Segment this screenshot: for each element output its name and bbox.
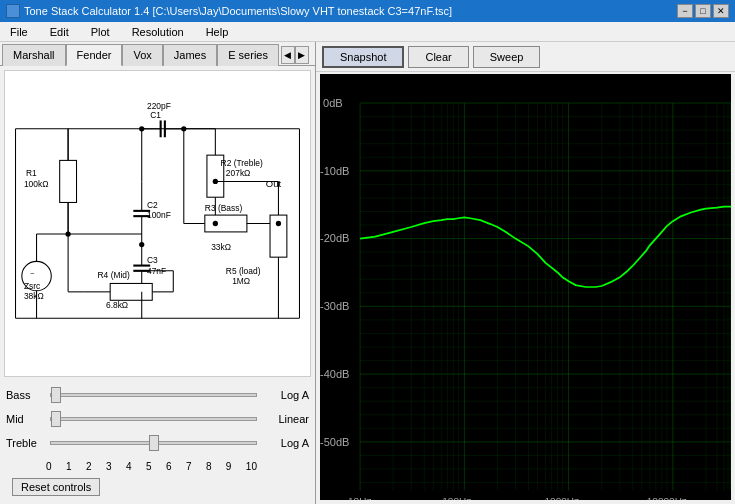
svg-text:100kΩ: 100kΩ [24,179,49,189]
svg-point-71 [139,126,144,131]
menu-bar: File Edit Plot Resolution Help [0,22,735,42]
tab-fender[interactable]: Fender [66,44,123,66]
scale-1: 1 [66,461,72,472]
menu-help[interactable]: Help [200,24,235,40]
title-bar: Tone Stack Calculator 1.4 [C:\Users\Jay\… [0,0,735,22]
svg-text:38kΩ: 38kΩ [24,291,44,301]
svg-point-72 [65,231,70,236]
mid-label: Mid [6,413,46,425]
bass-label: Bass [6,389,46,401]
svg-text:10000Hz: 10000Hz [647,495,687,500]
svg-point-74 [213,179,218,184]
menu-file[interactable]: File [4,24,34,40]
title-bar-text: Tone Stack Calculator 1.4 [C:\Users\Jay\… [24,5,452,17]
chart-area: 0dB -10dB -20dB -30dB -40dB -50dB 10Hz 1… [320,74,731,500]
svg-text:-30dB: -30dB [320,300,349,312]
close-button[interactable]: ✕ [713,4,729,18]
svg-text:Out: Out [266,178,282,189]
mid-control-row: Mid Linear [6,409,309,429]
svg-text:1MΩ: 1MΩ [232,277,250,287]
frequency-chart: 0dB -10dB -20dB -30dB -40dB -50dB 10Hz 1… [320,74,731,500]
svg-text:0dB: 0dB [323,97,343,109]
svg-text:-20dB: -20dB [320,233,349,245]
svg-text:-10dB: -10dB [320,165,349,177]
menu-plot[interactable]: Plot [85,24,116,40]
scale-6: 6 [166,461,172,472]
svg-point-73 [139,242,144,247]
svg-text:100Hz: 100Hz [442,495,471,500]
svg-text:~: ~ [30,269,34,278]
scale-5: 5 [146,461,152,472]
svg-rect-44 [205,215,247,232]
clear-button[interactable]: Clear [408,46,468,68]
schematic-area: C1 220pF R2 (Treble) 207kΩ Out C2 100nF [4,70,311,377]
left-panel: Marshall Fender Vox James E series ◀ ▶ [0,42,316,504]
maximize-button[interactable]: □ [695,4,711,18]
treble-type: Log A [261,437,309,449]
svg-text:R4 (Mid): R4 (Mid) [98,270,130,280]
svg-rect-78 [320,74,731,500]
scale-3: 3 [106,461,112,472]
scale-9: 9 [226,461,232,472]
bass-slider[interactable] [50,393,257,397]
menu-resolution[interactable]: Resolution [126,24,190,40]
tab-next-button[interactable]: ▶ [295,46,309,64]
mid-type: Linear [261,413,309,425]
snapshot-button[interactable]: Snapshot [322,46,404,68]
scale-2: 2 [86,461,92,472]
title-bar-left: Tone Stack Calculator 1.4 [C:\Users\Jay\… [6,4,452,18]
svg-text:C3: C3 [147,255,158,265]
svg-text:220pF: 220pF [147,101,171,111]
svg-text:33kΩ: 33kΩ [211,242,231,252]
scale-row: 0 1 2 3 4 5 6 7 8 9 10 [0,461,315,472]
right-toolbar: Snapshot Clear Sweep [316,42,735,72]
svg-text:R3 (Bass): R3 (Bass) [205,203,243,213]
scale-0: 0 [46,461,52,472]
scale-4: 4 [126,461,132,472]
svg-text:1000Hz: 1000Hz [545,495,580,500]
svg-text:-50dB: -50dB [320,436,349,448]
svg-text:C1: C1 [150,110,161,120]
svg-text:C2: C2 [147,200,158,210]
svg-rect-49 [110,283,152,300]
svg-text:R2 (Treble): R2 (Treble) [221,158,263,168]
scale-7: 7 [186,461,192,472]
svg-point-77 [276,221,281,226]
tab-vox[interactable]: Vox [122,44,162,66]
schematic-svg: C1 220pF R2 (Treble) 207kΩ Out C2 100nF [5,71,310,376]
svg-text:207kΩ: 207kΩ [226,168,251,178]
tab-james[interactable]: James [163,44,217,66]
bass-type: Log A [261,389,309,401]
tab-marshall[interactable]: Marshall [2,44,66,66]
scale-numbers: 0 1 2 3 4 5 6 7 8 9 10 [46,461,257,472]
tab-arrows: ◀ ▶ [281,46,309,64]
svg-point-76 [181,126,186,131]
svg-text:100nF: 100nF [147,210,171,220]
controls-area: Bass Log A Mid Linear Treble Log A [0,381,315,461]
treble-slider[interactable] [50,441,257,445]
sweep-button[interactable]: Sweep [473,46,541,68]
svg-text:R1: R1 [26,168,37,178]
treble-control-row: Treble Log A [6,433,309,453]
treble-label: Treble [6,437,46,449]
tab-eseries[interactable]: E series [217,44,279,66]
app-icon [6,4,20,18]
svg-text:Zsrc: Zsrc [24,281,40,291]
svg-text:-40dB: -40dB [320,368,349,380]
tab-prev-button[interactable]: ◀ [281,46,295,64]
main-area: Marshall Fender Vox James E series ◀ ▶ [0,42,735,504]
svg-text:6.8kΩ: 6.8kΩ [106,300,128,310]
scale-10: 10 [246,461,257,472]
menu-edit[interactable]: Edit [44,24,75,40]
mid-slider[interactable] [50,417,257,421]
reset-controls-button[interactable]: Reset controls [12,478,100,496]
bass-control-row: Bass Log A [6,385,309,405]
svg-rect-25 [60,160,77,202]
scale-8: 8 [206,461,212,472]
minimize-button[interactable]: − [677,4,693,18]
svg-text:R5 (load): R5 (load) [226,266,261,276]
svg-text:10Hz: 10Hz [348,495,371,500]
title-bar-controls[interactable]: − □ ✕ [677,4,729,18]
svg-point-75 [213,221,218,226]
tabs-row: Marshall Fender Vox James E series ◀ ▶ [0,42,315,66]
